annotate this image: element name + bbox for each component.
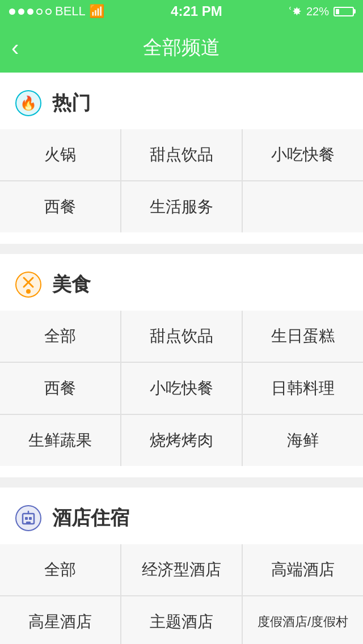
back-button[interactable]: ‹ — [11, 36, 19, 59]
food-item-xican[interactable]: 西餐 — [0, 363, 120, 414]
status-time: 4:21 PM — [171, 3, 222, 19]
svg-rect-10 — [26, 522, 31, 524]
hotel-item-economy[interactable]: 经济型酒店 — [121, 544, 242, 595]
flame-icon: 🔥 — [14, 88, 43, 118]
signal-dots — [9, 9, 52, 15]
food-grid: 全部 甜点饮品 生日蛋糕 西餐 小吃快餐 日韩料理 生鲜蔬果 烧烤烤肉 海鲜 — [0, 311, 363, 466]
hotel-item-all[interactable]: 全部 — [0, 544, 120, 595]
food-item-rihan[interactable]: 日韩料理 — [243, 363, 363, 414]
hot-grid: 火锅 甜点饮品 小吃快餐 西餐 生活服务 — [0, 129, 363, 232]
svg-text:🔥: 🔥 — [20, 95, 37, 111]
section-header-hot: 🔥 热门 — [0, 73, 363, 129]
food-item-cake[interactable]: 生日蛋糕 — [243, 311, 363, 362]
svg-point-6 — [16, 506, 41, 531]
hotel-icon — [14, 503, 43, 533]
battery-percent: 22% — [306, 5, 329, 18]
hot-item-huoguo[interactable]: 火锅 — [0, 129, 120, 180]
wifi-icon: 📶 — [89, 4, 104, 19]
section-hot: 🔥 热门 火锅 甜点饮品 小吃快餐 西餐 生活服务 — [0, 73, 363, 244]
bluetooth-icon: ʿ✸ — [289, 5, 302, 18]
section-header-food: 美食 — [0, 254, 363, 311]
food-item-haixian[interactable]: 海鲜 — [243, 415, 363, 466]
hot-item-shenghuo[interactable]: 生活服务 — [121, 181, 242, 232]
content-area: 🔥 热门 火锅 甜点饮品 小吃快餐 西餐 生活服务 美食 — [0, 73, 363, 644]
hotel-item-resort[interactable]: 度假酒店/度假村 — [243, 596, 363, 644]
hot-item-tiandian[interactable]: 甜点饮品 — [121, 129, 242, 180]
food-item-shaokao[interactable]: 烧烤烤肉 — [121, 415, 242, 466]
svg-point-5 — [26, 289, 31, 294]
status-left: BELL 📶 — [9, 4, 104, 19]
svg-rect-8 — [25, 517, 28, 520]
hotel-grid: 全部 经济型酒店 高端酒店 高星酒店 主题酒店 度假酒店/度假村 客栈 青年旅社 — [0, 544, 363, 644]
food-icon — [14, 270, 43, 299]
food-item-shengxian[interactable]: 生鲜蔬果 — [0, 415, 120, 466]
hotel-item-luxury[interactable]: 高端酒店 — [243, 544, 363, 595]
section-food: 美食 全部 甜点饮品 生日蛋糕 西餐 小吃快餐 日韩料理 生鲜蔬果 烧烤烤肉 海… — [0, 254, 363, 477]
carrier-label: BELL — [55, 4, 86, 19]
section-header-hotel: 酒店住宿 — [0, 488, 363, 544]
hot-item-xican[interactable]: 西餐 — [0, 181, 120, 232]
food-item-tiandian[interactable]: 甜点饮品 — [121, 311, 242, 362]
section-title-hotel: 酒店住宿 — [52, 505, 129, 531]
status-right: ʿ✸ 22% — [289, 5, 354, 18]
hot-item-xiaochi[interactable]: 小吃快餐 — [243, 129, 363, 180]
food-item-all[interactable]: 全部 — [0, 311, 120, 362]
section-hotel: 酒店住宿 全部 经济型酒店 高端酒店 高星酒店 主题酒店 度假酒店/度假村 客栈… — [0, 488, 363, 644]
battery-icon — [334, 7, 354, 16]
nav-title: 全部频道 — [143, 35, 220, 61]
section-title-hot: 热门 — [52, 90, 91, 116]
hot-item-empty — [243, 181, 363, 232]
hotel-item-star[interactable]: 高星酒店 — [0, 596, 120, 644]
status-bar: BELL 📶 4:21 PM ʿ✸ 22% — [0, 0, 363, 23]
hotel-item-theme[interactable]: 主题酒店 — [121, 596, 242, 644]
nav-bar: ‹ 全部频道 — [0, 23, 363, 73]
food-item-xiaochi[interactable]: 小吃快餐 — [121, 363, 242, 414]
section-title-food: 美食 — [52, 272, 91, 298]
svg-rect-9 — [29, 517, 32, 520]
